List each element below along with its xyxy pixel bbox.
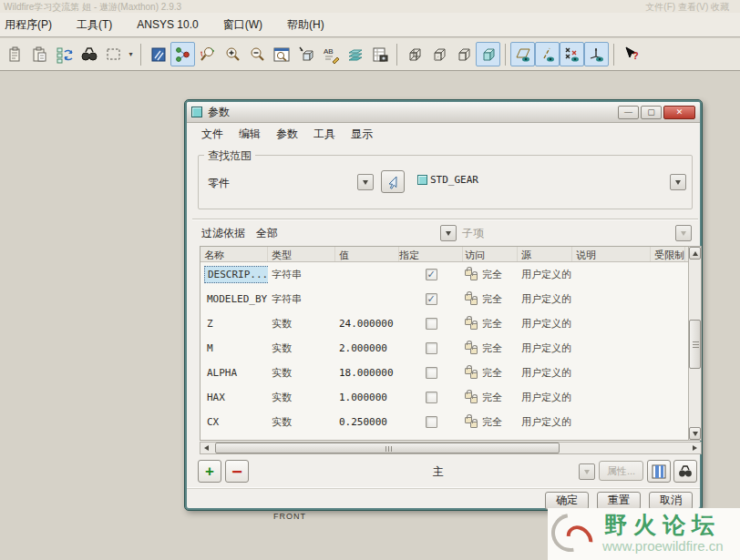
dialog-menu-tools[interactable]: 工具 [313, 127, 335, 142]
paste-icon[interactable] [3, 42, 27, 66]
cancel-button[interactable]: 取消 [649, 492, 693, 510]
table-row[interactable]: M 实数 2.000000 完全 用户定义的 [200, 336, 688, 361]
reorient-icon[interactable] [195, 42, 220, 66]
param-name[interactable]: DA [204, 439, 221, 441]
menu-applications[interactable]: 用程序(P) [5, 17, 52, 33]
param-access: 完全 [482, 292, 502, 306]
column-header-source[interactable]: 源 [518, 247, 572, 261]
find-parameter-button[interactable] [673, 460, 697, 483]
designate-checkbox[interactable] [426, 318, 437, 330]
zoom-in-icon[interactable] [220, 42, 244, 66]
table-row[interactable]: HAX 实数 1.000000 完全 用户定义的 [200, 385, 688, 410]
hidden-line-icon[interactable] [427, 42, 451, 66]
scroll-down-icon[interactable] [689, 427, 701, 440]
reset-button[interactable]: 重置 [597, 492, 641, 510]
dialog-titlebar[interactable]: 参数 — ▢ ✕ [187, 102, 700, 123]
parameters-dialog: 参数 — ▢ ✕ 文件 编辑 参数 工具 显示 查找范围 零件 STD_GEAR… [185, 100, 702, 510]
no-hidden-icon[interactable] [451, 42, 476, 66]
vertical-scrollbar[interactable] [688, 246, 702, 441]
param-source: 用户定义的 [521, 268, 571, 281]
delete-parameter-button[interactable]: − [225, 460, 249, 483]
scope-dropdown-icon[interactable] [357, 174, 374, 190]
vertical-scroll-thumb[interactable] [689, 320, 701, 369]
scroll-right-icon[interactable] [689, 443, 701, 453]
object-dropdown-icon[interactable] [670, 174, 686, 190]
param-name[interactable]: DESCRIP... [204, 266, 268, 283]
maximize-button[interactable]: ▢ [641, 106, 662, 119]
datum-csys-toggle-icon[interactable] [584, 42, 609, 66]
context-help-icon[interactable]: ? [619, 42, 643, 66]
param-source: 用户定义的 [521, 341, 571, 355]
param-name[interactable]: ALPHA [204, 365, 240, 381]
layers-icon[interactable] [343, 42, 367, 66]
dialog-menu-edit[interactable]: 编辑 [239, 127, 261, 142]
param-name[interactable]: HAX [204, 390, 228, 405]
param-name[interactable]: M [204, 341, 216, 356]
add-parameter-button[interactable]: + [198, 460, 221, 483]
horizontal-scrollbar[interactable] [200, 442, 702, 454]
selection-box-dropdown-icon[interactable]: ▾ [126, 42, 136, 66]
model-tree-table-icon[interactable] [367, 42, 392, 66]
param-access: 完全 [482, 366, 502, 380]
menu-window[interactable]: 窗口(W) [223, 17, 262, 33]
column-header-type[interactable]: 类型 [268, 247, 335, 261]
zoom-out-icon[interactable] [244, 42, 269, 66]
close-button[interactable]: ✕ [663, 106, 695, 119]
column-header-restricted[interactable]: 受限制的 [651, 247, 685, 261]
menu-help[interactable]: 帮助(H) [287, 17, 324, 33]
table-row[interactable]: DA 实数 52.000000 锁定 关系 [200, 434, 688, 441]
datum-axis-toggle-icon[interactable] [535, 42, 560, 66]
model-tree-refresh-icon[interactable] [52, 42, 77, 66]
designate-checkbox[interactable]: ✓ [426, 293, 437, 305]
find-icon[interactable] [77, 42, 101, 66]
column-header-designate[interactable]: 指定 [399, 247, 463, 261]
datum-point-toggle-icon[interactable] [560, 42, 584, 66]
wireframe-icon[interactable] [402, 42, 427, 66]
table-row[interactable]: ALPHA 实数 18.000000 完全 用户定义的 [200, 361, 688, 385]
select-arrow-button[interactable] [381, 170, 405, 193]
parameter-table: 名称 类型 值 指定 访问 源 说明 受限制的 DESCRIP... 字符串 ✓… [200, 246, 688, 441]
shaded-icon[interactable] [476, 42, 500, 66]
refit-icon[interactable] [269, 42, 293, 66]
repaint-icon[interactable] [146, 42, 170, 66]
table-row[interactable]: MODELED_BY 字符串 ✓ 完全 用户定义的 [200, 287, 688, 311]
dialog-menu-show[interactable]: 显示 [351, 127, 373, 142]
table-row[interactable]: CX 实数 0.250000 完全 用户定义的 [200, 410, 688, 434]
param-access: 完全 [482, 341, 502, 355]
customize-columns-button[interactable] [647, 460, 671, 483]
param-name[interactable]: Z [204, 316, 216, 331]
dialog-menu-parameters[interactable]: 参数 [276, 127, 298, 142]
scroll-left-icon[interactable] [200, 443, 212, 453]
param-access: 完全 [482, 391, 502, 404]
selection-box-icon[interactable] [101, 42, 126, 66]
saved-views-icon[interactable] [293, 42, 318, 66]
clipboard-icon[interactable] [27, 42, 52, 66]
annotation-ab-icon[interactable]: AB [318, 42, 343, 66]
filter-dropdown-icon[interactable] [440, 225, 457, 241]
column-header-name[interactable]: 名称 [200, 247, 268, 261]
dialog-menu-file[interactable]: 文件 [201, 127, 223, 142]
subitems-label: 子项 [462, 226, 484, 241]
ok-button[interactable]: 确定 [545, 492, 589, 510]
spin-center-icon[interactable] [170, 42, 195, 66]
designate-checkbox[interactable] [426, 416, 437, 428]
menu-ansys[interactable]: ANSYS 10.0 [137, 18, 198, 31]
table-row[interactable]: Z 实数 24.000000 完全 用户定义的 [200, 311, 688, 336]
scroll-up-icon[interactable] [689, 247, 701, 260]
designate-checkbox[interactable] [426, 342, 437, 354]
column-header-value[interactable]: 值 [335, 247, 399, 261]
table-row[interactable]: DESCRIP... 字符串 ✓ 完全 用户定义的 [200, 262, 688, 287]
menu-tools[interactable]: 工具(T) [77, 17, 112, 33]
column-header-description[interactable]: 说明 [572, 247, 651, 261]
column-header-access[interactable]: 访问 [463, 247, 518, 261]
minimize-button[interactable]: — [618, 106, 639, 119]
app-toolbar: ▾ AB [0, 38, 740, 71]
param-name[interactable]: CX [204, 414, 221, 430]
param-name[interactable]: MODELED_BY [204, 291, 268, 307]
datum-plane-toggle-icon[interactable] [510, 42, 535, 66]
horizontal-scroll-thumb[interactable] [215, 443, 560, 453]
param-type: 实数 [272, 391, 292, 404]
designate-checkbox[interactable]: ✓ [426, 269, 437, 280]
designate-checkbox[interactable] [426, 367, 437, 379]
designate-checkbox[interactable] [426, 392, 437, 403]
